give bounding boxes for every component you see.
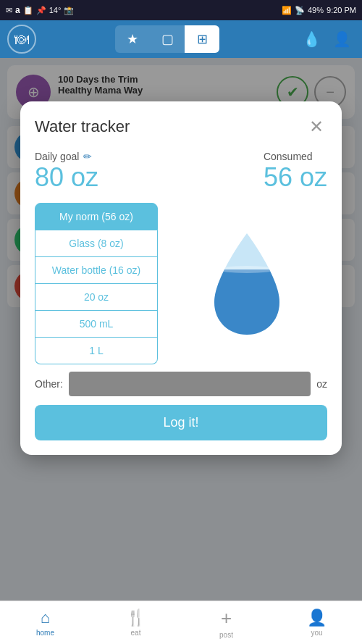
status-bar: ✉ a 📋 📌 14° 📸 📶 📡 49% 9:20 PM: [0, 0, 362, 20]
consumed-value: 56 oz: [264, 162, 327, 193]
modal-title: Water tracker: [35, 117, 130, 136]
clipboard-icon: 📋: [23, 6, 33, 15]
time-label: 9:20 PM: [327, 6, 356, 14]
amazon-icon: a: [15, 5, 20, 15]
home-icon: ⌂: [41, 609, 50, 627]
daily-goal-label: Daily goal ✏: [35, 151, 92, 162]
modal-close-button[interactable]: ✕: [306, 116, 327, 138]
option-500ml[interactable]: 500 mL: [35, 311, 158, 338]
bottom-nav-post-label: post: [219, 631, 233, 639]
temp-label: 14°: [49, 6, 62, 14]
consumed-label: Consumed: [264, 151, 313, 162]
main-area: My norm (56 oz) Glass (8 oz) Water bottl…: [35, 203, 327, 364]
nav-grid-btn[interactable]: ⊞: [185, 25, 219, 53]
modal-header: Water tracker ✕: [35, 116, 327, 138]
nav-star-btn[interactable]: ★: [115, 25, 150, 53]
profile-icon[interactable]: 👤: [329, 26, 355, 52]
battery-label: 49%: [308, 6, 324, 14]
bottom-nav-home-label: home: [36, 629, 54, 637]
camera-icon: 📸: [64, 6, 74, 15]
top-nav: 🍽 ★ ▢ ⊞ 💧 👤: [0, 20, 362, 58]
consumed-section: Consumed 56 oz: [264, 151, 327, 193]
option-20oz[interactable]: 20 oz: [35, 284, 158, 311]
nav-square-btn[interactable]: ▢: [150, 25, 185, 53]
pinterest-icon: 📌: [36, 6, 46, 15]
signal-icon: 📡: [295, 6, 305, 15]
other-row: Other: oz: [35, 372, 327, 396]
option-1l[interactable]: 1 L: [35, 338, 158, 364]
option-water-bottle[interactable]: Water bottle (16 oz): [35, 257, 158, 284]
eat-icon: 🍴: [126, 609, 146, 627]
other-unit-label: oz: [316, 378, 327, 390]
daily-goal-value: 80 oz: [35, 162, 98, 193]
nav-right-icons: 💧 👤: [298, 26, 355, 52]
bottom-nav: ⌂ home 🍴 eat + post 👤 you: [0, 601, 362, 644]
bottom-nav-you[interactable]: 👤 you: [272, 601, 362, 644]
bottom-nav-post[interactable]: + post: [181, 601, 272, 644]
option-my-norm[interactable]: My norm (56 oz): [35, 203, 158, 230]
bottom-nav-eat[interactable]: 🍴 eat: [90, 601, 181, 644]
option-glass[interactable]: Glass (8 oz): [35, 230, 158, 257]
wifi-icon: 📶: [282, 6, 292, 15]
drop-icon[interactable]: 💧: [298, 26, 324, 52]
options-list: My norm (56 oz) Glass (8 oz) Water bottl…: [35, 203, 158, 364]
status-right-icons: 📶 📡 49% 9:20 PM: [282, 6, 356, 15]
log-button[interactable]: Log it!: [35, 405, 327, 440]
svg-point-1: [218, 266, 276, 273]
you-icon: 👤: [307, 609, 327, 627]
water-tracker-modal: Water tracker ✕ Daily goal ✏ 80 oz Consu…: [20, 101, 342, 455]
daily-goal-section: Daily goal ✏ 80 oz: [35, 151, 98, 193]
edit-icon[interactable]: ✏: [83, 151, 92, 162]
svg-rect-0: [214, 269, 279, 335]
notification-icon: ✉: [6, 6, 12, 15]
post-icon: +: [221, 607, 232, 630]
app-logo[interactable]: 🍽: [7, 25, 36, 54]
water-drop-container: [167, 203, 327, 364]
goal-row: Daily goal ✏ 80 oz Consumed 56 oz: [35, 151, 327, 193]
other-input-field[interactable]: [69, 372, 311, 396]
nav-center: ★ ▢ ⊞: [115, 25, 219, 53]
other-label: Other:: [35, 378, 63, 390]
status-left-icons: ✉ a 📋 📌 14° 📸: [6, 5, 74, 15]
bottom-nav-you-label: you: [311, 629, 322, 637]
bottom-nav-home[interactable]: ⌂ home: [0, 601, 90, 644]
water-drop-svg: [207, 230, 287, 338]
bottom-nav-eat-label: eat: [131, 629, 141, 637]
